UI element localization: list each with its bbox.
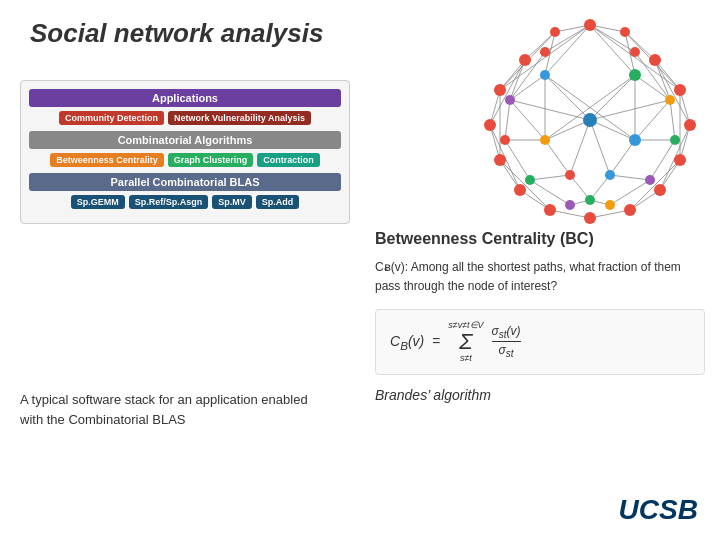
svg-point-88 [629,69,641,81]
svg-point-92 [670,135,680,145]
svg-point-84 [514,184,526,196]
svg-line-55 [530,175,570,180]
svg-point-76 [540,47,550,57]
spgemm-badge: Sp.GEMM [71,195,125,209]
svg-point-72 [550,27,560,37]
blas-section: Parallel Combinatorial BLAS Sp.GEMM Sp.R… [29,173,341,209]
svg-point-71 [620,27,630,37]
ucsb-b: B [678,494,698,525]
svg-point-94 [629,134,641,146]
svg-point-83 [654,184,666,196]
svg-line-37 [505,140,530,180]
ucsb-u: U [619,494,639,525]
community-detection-badge: Community Detection [59,111,164,125]
svg-line-54 [610,175,650,180]
svg-line-64 [590,120,610,175]
network-vulnerability-badge: Network Vulnerability Analysis [168,111,311,125]
svg-line-28 [630,160,680,210]
svg-line-67 [510,100,590,120]
svg-point-79 [684,119,696,131]
svg-point-89 [540,70,550,80]
svg-line-49 [510,100,545,140]
bc-description: Cᴃ(v): Among all the shortest paths, wha… [375,258,685,295]
svg-point-86 [544,204,556,216]
formula-box: CB(v) = s≠v≠t∈V Σ s≠t σst(v) σst [375,309,705,375]
svg-point-100 [605,200,615,210]
svg-line-17 [550,210,590,218]
svg-line-52 [610,140,635,175]
svg-line-53 [545,140,570,175]
svg-line-29 [500,160,550,210]
contraction-badge: Contraction [257,153,320,167]
svg-line-62 [590,120,635,140]
spref-badge: Sp.Ref/Sp.Asgn [129,195,209,209]
right-panel: Betweenness Centrality (BC) Cᴃ(v): Among… [375,230,705,403]
svg-point-90 [665,95,675,105]
svg-point-77 [674,84,686,96]
left-caption: A typical software stack for an applicat… [20,390,310,429]
spmv-badge: Sp.MV [212,195,252,209]
svg-point-74 [519,54,531,66]
svg-line-16 [590,210,630,218]
svg-line-66 [590,100,670,120]
ucsb-s: S [659,494,678,525]
applications-section: Applications Community Detection Network… [29,89,341,125]
formula-fraction: σst(v) σst [492,324,521,360]
graph-clustering-badge: Graph Clustering [168,153,254,167]
svg-point-82 [494,154,506,166]
svg-line-43 [510,60,525,100]
svg-line-61 [545,75,590,120]
svg-point-103 [583,113,597,127]
spadd-badge: Sp.Add [256,195,300,209]
ucsb-logo: UCSB [619,494,698,526]
brandes-label: Brandes’ algorithm [375,387,705,403]
svg-line-39 [530,180,570,205]
software-stack-diagram: Applications Community Detection Network… [20,80,350,224]
svg-line-48 [635,100,670,140]
svg-point-98 [605,170,615,180]
svg-point-81 [674,154,686,166]
svg-line-65 [570,120,590,175]
svg-line-36 [650,140,675,180]
svg-line-42 [655,60,670,100]
betweenness-centrality-badge: Betweenness Centrality [50,153,164,167]
svg-line-60 [590,75,635,120]
svg-point-93 [500,135,510,145]
combinatorial-header: Combinatorial Algorithms [29,131,341,149]
formula-sum: s≠v≠t∈V Σ s≠t [448,320,483,364]
svg-point-91 [505,95,515,105]
svg-line-38 [610,180,650,205]
formula-lhs: CB(v) = [390,333,440,352]
svg-line-63 [545,120,590,140]
svg-point-78 [494,84,506,96]
svg-point-102 [585,195,595,205]
combinatorial-section: Combinatorial Algorithms Betweenness Cen… [29,131,341,167]
svg-line-34 [670,100,675,140]
svg-point-75 [630,47,640,57]
svg-point-96 [645,175,655,185]
svg-point-85 [624,204,636,216]
svg-point-73 [649,54,661,66]
svg-line-35 [505,100,510,140]
applications-header: Applications [29,89,341,107]
ucsb-c: C [639,494,659,525]
svg-point-80 [484,119,496,131]
svg-point-87 [584,212,596,224]
svg-point-99 [565,170,575,180]
bc-title: Betweenness Centrality (BC) [375,230,705,248]
svg-point-101 [565,200,575,210]
network-graph [480,10,700,230]
blas-header: Parallel Combinatorial BLAS [29,173,341,191]
svg-point-95 [540,135,550,145]
page-title: Social network analysis [30,18,323,49]
svg-point-70 [584,19,596,31]
svg-point-97 [525,175,535,185]
